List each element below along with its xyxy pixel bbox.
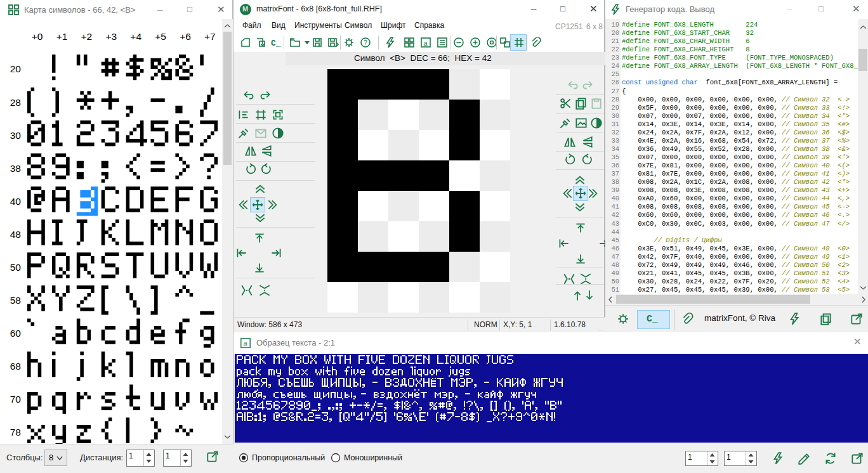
svg-text:a: a [424, 39, 428, 47]
svg-text:68: 68 [10, 361, 21, 372]
svg-text:58: 58 [10, 295, 21, 306]
svg-text:+1: +1 [56, 31, 68, 42]
svg-text:+3: +3 [105, 31, 117, 42]
svg-text:48: 48 [10, 229, 21, 240]
svg-text:28: 28 [10, 97, 21, 108]
svg-text:+7: +7 [204, 31, 216, 42]
svg-text:78: 78 [10, 427, 21, 437]
svg-text:+0: +0 [32, 31, 43, 42]
svg-text:50: 50 [10, 262, 22, 273]
svg-text:20: 20 [10, 63, 22, 74]
svg-text:30: 30 [10, 130, 22, 141]
svg-text:60: 60 [10, 328, 22, 339]
svg-text:+2: +2 [81, 31, 93, 42]
svg-text:38: 38 [10, 163, 21, 174]
svg-text:+6: +6 [180, 31, 191, 42]
svg-text:C_: C_ [271, 39, 281, 48]
svg-text:70: 70 [10, 394, 22, 405]
svg-text:40: 40 [10, 196, 22, 207]
svg-text:?: ? [364, 39, 367, 46]
svg-text:+5: +5 [155, 31, 166, 42]
svg-text:a: a [243, 339, 247, 347]
svg-text:+4: +4 [130, 31, 141, 42]
